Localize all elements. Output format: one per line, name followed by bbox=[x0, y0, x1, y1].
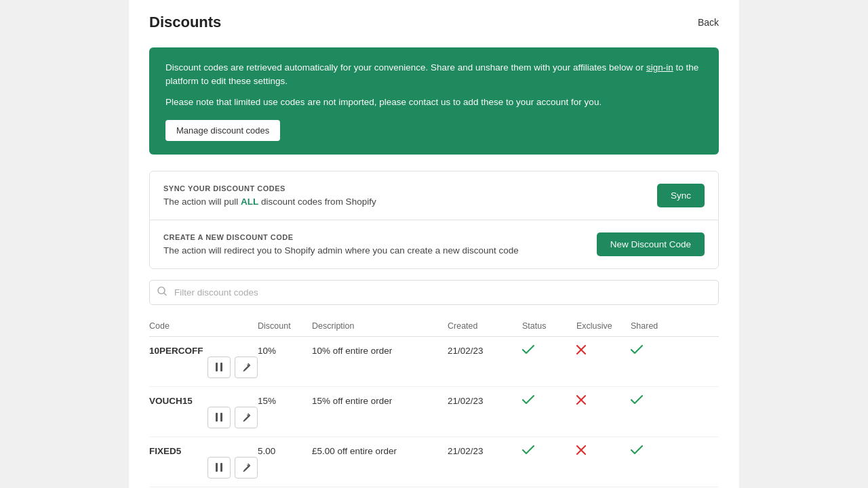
cell-discount: 10% bbox=[258, 346, 312, 356]
cell-discount: 15% bbox=[258, 396, 312, 406]
cell-description: 15% off entire order bbox=[312, 396, 448, 406]
table-row: FIXED5 5.00 £5.00 off entire order 21/02… bbox=[149, 437, 719, 487]
search-icon bbox=[157, 287, 167, 298]
cell-description: £5.00 off entire order bbox=[312, 446, 448, 456]
cell-shared bbox=[631, 395, 719, 407]
cell-actions bbox=[149, 457, 258, 479]
col-header-created: Created bbox=[448, 321, 522, 331]
sync-desc-prefix: The action will pull bbox=[163, 197, 241, 207]
cell-status bbox=[522, 395, 576, 407]
new-discount-code-button[interactable]: New Discount Code bbox=[597, 232, 705, 256]
col-header-discount: Discount bbox=[258, 321, 312, 331]
cell-actions bbox=[149, 407, 258, 428]
create-description: The action will redirect you to Shopify … bbox=[163, 245, 519, 256]
cell-exclusive bbox=[576, 445, 631, 457]
back-link[interactable]: Back bbox=[698, 17, 719, 28]
cell-created: 21/02/23 bbox=[448, 396, 522, 406]
manage-discount-codes-button[interactable]: Manage discount codes bbox=[165, 120, 280, 141]
sync-desc-suffix: discount codes from Shopify bbox=[258, 197, 376, 207]
cell-code: 10PERCOFF bbox=[149, 346, 258, 356]
svg-rect-10 bbox=[220, 413, 222, 422]
svg-rect-15 bbox=[220, 463, 222, 472]
svg-line-1 bbox=[164, 293, 166, 296]
sync-section: SYNC YOUR DISCOUNT CODES The action will… bbox=[150, 171, 718, 220]
create-label: CREATE A NEW DISCOUNT CODE bbox=[163, 233, 519, 241]
svg-rect-4 bbox=[216, 363, 218, 371]
page-title: Discounts bbox=[149, 14, 221, 31]
cell-status bbox=[522, 345, 576, 357]
search-input[interactable] bbox=[149, 280, 719, 305]
cell-description: 10% off entire order bbox=[312, 346, 448, 356]
actions-card: SYNC YOUR DISCOUNT CODES The action will… bbox=[149, 171, 719, 269]
info-banner: Discount codes are retrieved automatical… bbox=[149, 47, 719, 155]
cell-exclusive bbox=[576, 345, 631, 357]
cell-created: 21/02/23 bbox=[448, 446, 522, 456]
table-body: 10PERCOFF 10% 10% off entire order 21/02… bbox=[149, 337, 719, 488]
pause-button[interactable] bbox=[208, 407, 231, 428]
cell-shared bbox=[631, 345, 719, 357]
col-header-status: Status bbox=[522, 321, 576, 331]
sync-desc-highlight: ALL bbox=[241, 197, 258, 207]
col-header-code: Code bbox=[149, 321, 258, 331]
cell-shared bbox=[631, 445, 719, 457]
sync-description: The action will pull ALL discount codes … bbox=[163, 197, 376, 207]
pause-button[interactable] bbox=[208, 457, 231, 479]
edit-button[interactable] bbox=[235, 407, 258, 428]
create-section: CREATE A NEW DISCOUNT CODE The action wi… bbox=[150, 220, 718, 268]
cell-discount: 5.00 bbox=[258, 446, 312, 456]
cell-exclusive bbox=[576, 395, 631, 407]
table-row: 10PERCOFF 10% 10% off entire order 21/02… bbox=[149, 337, 719, 387]
table-header: Code Discount Description Created Status… bbox=[149, 316, 719, 337]
banner-text2: Please note that limited use codes are n… bbox=[165, 96, 703, 109]
col-header-exclusive: Exclusive bbox=[576, 321, 631, 331]
cell-code: VOUCH15 bbox=[149, 396, 258, 406]
pause-button[interactable] bbox=[208, 357, 231, 378]
discount-table: Code Discount Description Created Status… bbox=[149, 316, 719, 488]
svg-rect-14 bbox=[216, 463, 218, 472]
sign-in-link[interactable]: sign-in bbox=[646, 62, 673, 73]
table-row: VOUCH15 15% 15% off entire order 21/02/2… bbox=[149, 387, 719, 437]
svg-rect-5 bbox=[220, 363, 222, 371]
sync-button[interactable]: Sync bbox=[657, 184, 705, 207]
svg-rect-9 bbox=[216, 413, 218, 422]
sync-label: SYNC YOUR DISCOUNT CODES bbox=[163, 184, 376, 192]
banner-text1: Discount codes are retrieved automatical… bbox=[165, 61, 703, 89]
cell-status bbox=[522, 445, 576, 457]
col-header-shared: Shared bbox=[631, 321, 719, 331]
edit-button[interactable] bbox=[235, 457, 258, 479]
cell-code: FIXED5 bbox=[149, 446, 258, 456]
col-header-description: Description bbox=[312, 321, 448, 331]
edit-button[interactable] bbox=[235, 357, 258, 378]
search-container bbox=[149, 280, 719, 305]
cell-actions bbox=[149, 357, 258, 378]
cell-created: 21/02/23 bbox=[448, 346, 522, 356]
